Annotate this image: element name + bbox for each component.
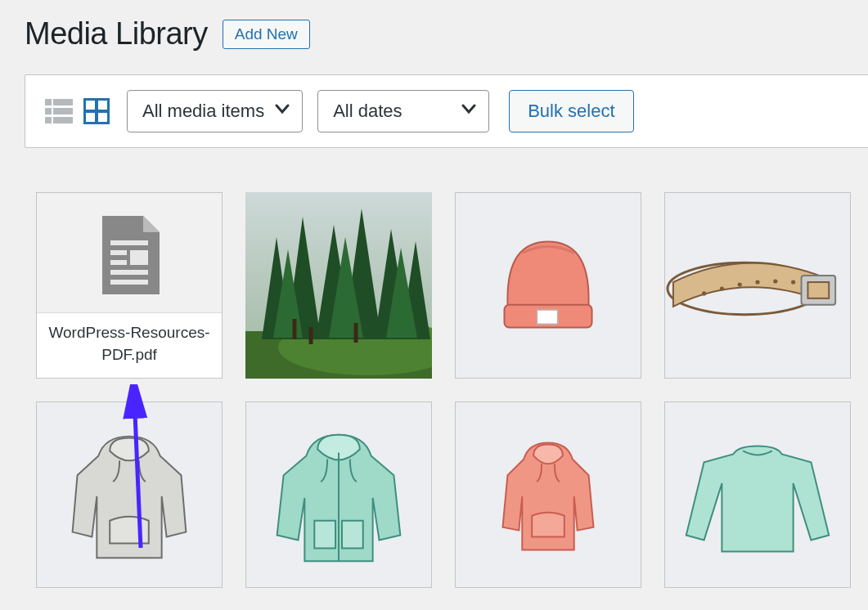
document-icon [96,216,163,301]
add-new-button[interactable]: Add New [223,20,310,49]
svg-rect-3 [53,108,73,114]
filter-media-type-label: All media items [142,101,264,122]
media-toolbar: All media items All dates Bulk select [25,74,868,148]
svg-point-38 [720,286,724,290]
svg-rect-36 [807,282,829,298]
media-item-image[interactable] [664,401,851,588]
filter-date[interactable]: All dates [317,90,489,132]
svg-rect-12 [110,260,127,265]
media-item-image[interactable] [455,192,641,379]
svg-rect-5 [53,117,73,123]
svg-rect-14 [110,280,148,285]
filter-date-label: All dates [333,101,402,122]
svg-rect-11 [130,250,148,265]
svg-rect-13 [110,270,148,275]
list-view-button[interactable] [43,96,74,127]
svg-rect-2 [45,108,52,114]
svg-point-41 [773,279,777,283]
svg-point-37 [702,291,706,295]
svg-point-42 [791,280,795,284]
media-item-image[interactable] [245,192,432,379]
media-item-image[interactable] [664,192,851,379]
media-item-pdf[interactable]: WordPress-Resources-PDF.pdf [36,192,223,379]
page-title: Media Library [25,16,208,52]
svg-point-40 [755,280,759,284]
svg-rect-4 [45,117,52,123]
svg-rect-1 [53,99,73,105]
filter-media-type[interactable]: All media items [127,90,303,132]
svg-rect-0 [45,99,52,105]
media-item-filename: WordPress-Resources-PDF.pdf [37,312,222,378]
chevron-down-icon [461,101,477,122]
svg-rect-32 [537,310,558,325]
svg-rect-10 [110,250,127,255]
svg-point-39 [738,282,742,286]
media-item-image[interactable] [455,401,641,588]
media-grid: WordPress-Resources-PDF.pdf [25,192,868,588]
media-item-image[interactable] [36,401,223,588]
grid-view-button[interactable] [81,96,112,127]
chevron-down-icon [274,101,290,122]
bulk-select-button[interactable]: Bulk select [509,90,633,132]
media-item-image[interactable] [245,401,432,588]
svg-rect-9 [110,240,148,245]
